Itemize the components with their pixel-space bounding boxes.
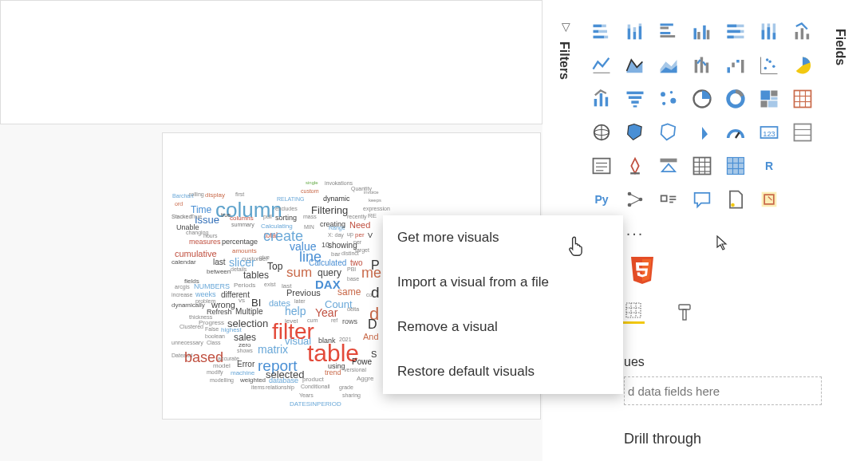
more-visuals-ellipsis[interactable]: ··· — [621, 219, 649, 247]
svg-rect-78 — [795, 124, 811, 141]
svg-rect-5 — [605, 36, 609, 39]
python-visual-icon[interactable]: Py — [587, 185, 616, 214]
svg-point-56 — [661, 92, 665, 97]
fields-pane-tab[interactable]: Fields — [833, 29, 857, 69]
q-and-a-icon[interactable] — [621, 185, 649, 214]
data-fields-dropzone[interactable]: d data fields here — [624, 376, 822, 405]
paginated-report-icon[interactable] — [721, 185, 750, 214]
svg-rect-23 — [728, 30, 740, 33]
matrix-table-icon[interactable] — [721, 152, 750, 180]
clustered-column-chart-icon[interactable] — [688, 18, 716, 46]
stacked-column-chart-icon[interactable] — [621, 18, 649, 46]
chat-icon[interactable] — [688, 185, 716, 214]
pie-chart-icon[interactable] — [788, 51, 817, 80]
svg-rect-66 — [768, 100, 778, 107]
svg-rect-37 — [700, 57, 704, 73]
svg-rect-50 — [600, 93, 603, 106]
decomposition-tree-icon[interactable] — [654, 152, 683, 180]
svg-rect-52 — [627, 92, 644, 95]
globe-map-icon[interactable] — [587, 118, 616, 147]
svg-rect-36 — [695, 60, 698, 73]
svg-rect-7 — [628, 25, 631, 29]
svg-rect-10 — [639, 26, 642, 39]
svg-rect-21 — [728, 25, 737, 28]
svg-rect-16 — [694, 28, 697, 39]
svg-line-75 — [736, 132, 740, 138]
svg-rect-8 — [633, 32, 637, 39]
svg-rect-19 — [707, 30, 710, 40]
svg-rect-15 — [661, 35, 676, 37]
combo-line-column-icon[interactable] — [587, 85, 616, 113]
hundred-stacked-column-icon[interactable] — [755, 18, 783, 46]
svg-point-59 — [662, 102, 665, 105]
svg-point-48 — [766, 58, 769, 61]
svg-point-58 — [670, 98, 676, 104]
card-icon[interactable]: 123 — [755, 118, 783, 147]
menu-remove-visual[interactable]: Remove a visual — [383, 305, 623, 349]
svg-rect-54 — [631, 100, 638, 103]
svg-rect-13 — [661, 27, 669, 30]
svg-line-102 — [629, 199, 641, 205]
svg-rect-17 — [697, 32, 700, 39]
azure-map-icon[interactable] — [654, 118, 683, 147]
map-icon[interactable] — [654, 85, 683, 113]
clustered-bar-chart-icon[interactable] — [654, 18, 683, 46]
svg-point-107 — [731, 203, 735, 207]
svg-rect-11 — [639, 24, 642, 27]
treemap-icon[interactable] — [755, 85, 783, 113]
key-influencers-icon[interactable] — [621, 152, 649, 180]
scatter-chart-icon[interactable] — [755, 51, 783, 80]
ribbon-chart-icon[interactable] — [688, 51, 716, 80]
svg-rect-86 — [661, 159, 677, 163]
matrix-icon[interactable] — [788, 85, 817, 113]
svg-rect-62 — [761, 91, 771, 100]
filters-pane-tab[interactable]: ◁ Filters — [552, 21, 576, 116]
hand-cursor-icon — [566, 234, 587, 258]
svg-rect-110 — [626, 303, 641, 317]
filters-label: Filters — [557, 41, 571, 80]
table-icon[interactable] — [688, 152, 716, 180]
values-label-partial: ues — [624, 355, 645, 369]
svg-rect-14 — [661, 32, 671, 34]
svg-rect-6 — [628, 28, 631, 39]
donut-chart-icon[interactable] — [721, 85, 750, 113]
funnel-chart-icon[interactable] — [621, 85, 649, 113]
stacked-area-chart-icon[interactable] — [654, 51, 683, 80]
svg-rect-53 — [629, 97, 641, 100]
power-apps-icon[interactable] — [755, 185, 783, 214]
svg-rect-81 — [594, 159, 610, 174]
multi-row-card-icon[interactable] — [788, 118, 817, 147]
svg-point-45 — [764, 67, 767, 70]
r-visual-icon[interactable]: R — [755, 152, 783, 180]
html5-badge-icon — [629, 255, 656, 286]
area-chart-icon[interactable] — [621, 51, 649, 80]
svg-rect-93 — [728, 158, 744, 175]
shape-map-icon[interactable] — [621, 118, 649, 147]
svg-rect-67 — [795, 91, 811, 108]
kpi-icon[interactable] — [721, 118, 750, 147]
fields-tab-icon[interactable] — [622, 301, 645, 324]
smart-narrative-icon[interactable] — [654, 185, 683, 214]
hundred-stacked-bar-icon[interactable] — [721, 18, 750, 46]
svg-rect-9 — [633, 27, 637, 32]
fields-label: Fields — [833, 29, 847, 65]
format-tab-icon[interactable] — [673, 301, 696, 324]
menu-restore-defaults[interactable]: Restore default visuals — [383, 349, 623, 394]
svg-point-46 — [768, 61, 771, 64]
svg-rect-115 — [679, 305, 690, 309]
svg-rect-31 — [773, 33, 776, 39]
gauge-icon[interactable] — [688, 118, 716, 147]
svg-rect-42 — [741, 60, 744, 73]
slicer-icon[interactable] — [587, 152, 616, 180]
menu-import-visual[interactable]: Import a visual from a file — [383, 260, 623, 305]
svg-rect-25 — [728, 36, 734, 39]
stacked-bar-chart-icon[interactable] — [587, 18, 616, 46]
filled-map-icon[interactable] — [688, 85, 716, 113]
arrow-cursor-icon — [716, 235, 729, 255]
combo-chart-icon[interactable] — [788, 18, 817, 46]
line-chart-icon[interactable] — [587, 51, 616, 80]
svg-rect-29 — [767, 27, 771, 39]
svg-rect-39 — [728, 67, 731, 73]
svg-rect-38 — [706, 63, 709, 73]
waterfall-chart-icon[interactable] — [721, 51, 750, 80]
